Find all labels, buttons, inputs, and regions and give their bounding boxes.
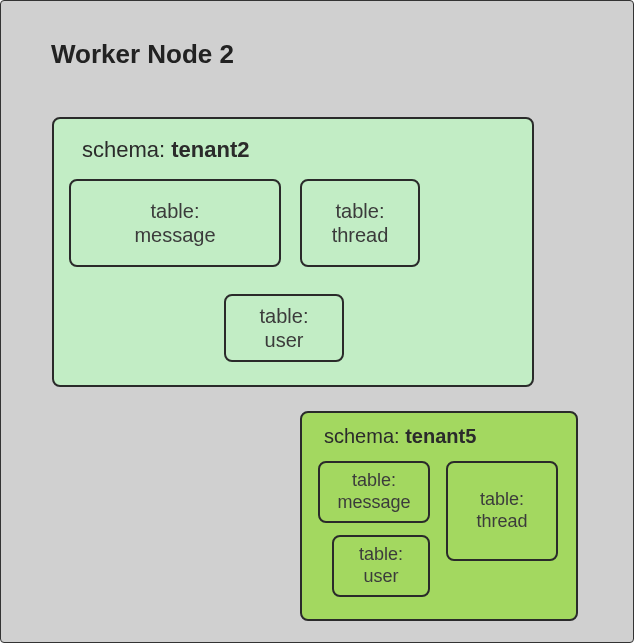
table-label-line2: user xyxy=(265,329,304,351)
schema-header-tenant5: schema: tenant5 xyxy=(324,425,476,448)
schema-name: tenant5 xyxy=(405,425,476,447)
table-label-line2: thread xyxy=(332,224,389,246)
schema-label-prefix: schema: xyxy=(324,425,405,447)
schema-header-tenant2: schema: tenant2 xyxy=(82,137,250,163)
table-message: table: message xyxy=(318,461,430,523)
node-title: Worker Node 2 xyxy=(51,39,234,70)
table-label-line1: table: xyxy=(352,470,396,490)
table-label-line2: user xyxy=(363,566,398,586)
schema-label-prefix: schema: xyxy=(82,137,171,162)
table-thread: table: thread xyxy=(300,179,420,267)
table-user: table: user xyxy=(332,535,430,597)
table-thread: table: thread xyxy=(446,461,558,561)
table-message: table: message xyxy=(69,179,281,267)
table-label-line2: message xyxy=(134,224,215,246)
table-label-line1: table: xyxy=(151,200,200,222)
table-label-line1: table: xyxy=(359,544,403,564)
schema-name: tenant2 xyxy=(171,137,249,162)
table-user: table: user xyxy=(224,294,344,362)
table-label-line1: table: xyxy=(480,489,524,509)
worker-node-diagram: Worker Node 2 schema: tenant2 table: mes… xyxy=(0,0,634,643)
table-label-line1: table: xyxy=(336,200,385,222)
table-label-line2: message xyxy=(337,492,410,512)
table-label-line2: thread xyxy=(476,511,527,531)
table-label-line1: table: xyxy=(260,305,309,327)
schema-box-tenant5: schema: tenant5 table: message table: th… xyxy=(300,411,578,621)
schema-box-tenant2: schema: tenant2 table: message table: th… xyxy=(52,117,534,387)
